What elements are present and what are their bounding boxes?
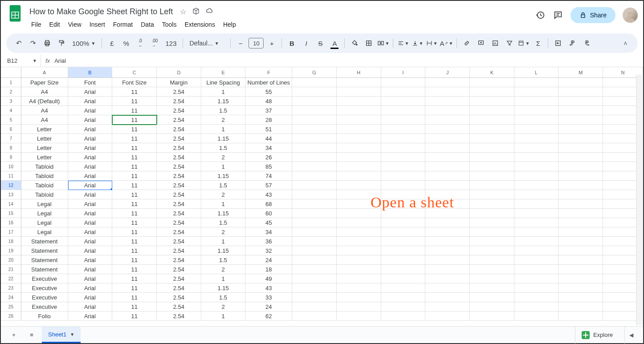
cell-L22[interactable] <box>514 274 559 283</box>
cell-A14[interactable]: Legal <box>21 199 68 209</box>
cell-M18[interactable] <box>558 237 603 246</box>
cell-M22[interactable] <box>558 274 603 283</box>
cell-L17[interactable] <box>514 227 559 237</box>
move-icon[interactable] <box>192 8 200 16</box>
cell-A13[interactable]: Tabloid <box>21 190 68 199</box>
cell-J13[interactable] <box>425 190 470 199</box>
cell-J22[interactable] <box>425 274 470 283</box>
cell-L3[interactable] <box>514 97 559 106</box>
formula-input[interactable]: Arial <box>54 57 66 64</box>
cell-L2[interactable] <box>514 87 559 97</box>
cell-L24[interactable] <box>514 293 559 302</box>
row-header[interactable]: 7 <box>1 134 21 143</box>
row-header[interactable]: 19 <box>1 246 21 255</box>
cell-B5[interactable]: Arial <box>68 115 113 125</box>
cell-L13[interactable] <box>514 190 559 199</box>
cell-M7[interactable] <box>558 134 603 143</box>
cell-E10[interactable]: 1 <box>201 162 246 171</box>
filter-views-icon[interactable]: ▼ <box>518 37 530 49</box>
cell-J5[interactable] <box>425 115 470 125</box>
cell-B22[interactable]: Arial <box>68 274 113 283</box>
cell-M1[interactable] <box>558 78 603 87</box>
font-select[interactable]: Defaul...▼ <box>187 40 227 47</box>
insert-link-icon[interactable] <box>461 37 473 49</box>
cell-J1[interactable] <box>425 78 470 87</box>
add-sheet-button[interactable]: + <box>6 329 21 341</box>
cell-G14[interactable] <box>292 199 337 209</box>
cell-I5[interactable] <box>381 115 426 125</box>
increase-font-size-button[interactable]: + <box>265 37 278 49</box>
cell-I3[interactable] <box>381 97 426 106</box>
cell-G12[interactable] <box>292 181 337 190</box>
cell-J11[interactable] <box>425 171 470 181</box>
row-header[interactable]: 22 <box>1 274 21 283</box>
row-header[interactable]: 17 <box>1 227 21 237</box>
cell-M20[interactable] <box>558 255 603 265</box>
cell-J18[interactable] <box>425 237 470 246</box>
cell-I20[interactable] <box>381 255 426 265</box>
cell-I9[interactable] <box>381 153 426 162</box>
cell-E20[interactable]: 1.5 <box>201 255 246 265</box>
cell-C21[interactable]: 11 <box>112 265 157 274</box>
row-header[interactable]: 20 <box>1 255 21 265</box>
cell-L18[interactable] <box>514 237 559 246</box>
cell-I17[interactable] <box>381 227 426 237</box>
name-box[interactable]: B12▼ <box>1 55 41 67</box>
cell-K8[interactable] <box>470 143 514 153</box>
cell-E19[interactable]: 1.15 <box>201 246 246 255</box>
cell-E21[interactable]: 2 <box>201 265 246 274</box>
cell-K5[interactable] <box>470 115 514 125</box>
cell-B9[interactable]: Arial <box>68 153 113 162</box>
cell-G20[interactable] <box>292 255 337 265</box>
cell-M17[interactable] <box>558 227 603 237</box>
cell-D2[interactable]: 2.54 <box>157 87 201 97</box>
vertical-scrollbar[interactable] <box>636 75 643 325</box>
column-header-H[interactable]: H <box>337 67 381 78</box>
cell-E7[interactable]: 1.15 <box>201 134 246 143</box>
cell-C16[interactable]: 11 <box>112 218 157 227</box>
cell-E1[interactable]: Line Spacing <box>201 78 246 87</box>
cell-K11[interactable] <box>470 171 514 181</box>
cell-L20[interactable] <box>514 255 559 265</box>
cell-J26[interactable] <box>425 312 470 321</box>
row-header[interactable]: 24 <box>1 293 21 302</box>
cell-B26[interactable]: Arial <box>68 312 113 321</box>
cell-K3[interactable] <box>470 97 514 106</box>
cell-M19[interactable] <box>558 246 603 255</box>
cell-H11[interactable] <box>337 171 381 181</box>
decrease-font-size-button[interactable]: − <box>234 37 247 49</box>
cell-H16[interactable] <box>337 218 381 227</box>
cell-ltr-icon[interactable] <box>566 37 579 49</box>
cell-F11[interactable]: 74 <box>245 171 292 181</box>
column-header-E[interactable]: E <box>201 67 246 78</box>
cell-I15[interactable] <box>381 209 426 218</box>
cell-K22[interactable] <box>470 274 514 283</box>
cell-E14[interactable]: 1 <box>201 199 246 209</box>
cell-H6[interactable] <box>337 125 381 134</box>
cell-J19[interactable] <box>425 246 470 255</box>
cell-D8[interactable]: 2.54 <box>157 143 201 153</box>
cell-D9[interactable]: 2.54 <box>157 153 201 162</box>
merge-cells-icon[interactable]: ▼ <box>377 37 389 49</box>
cell-J20[interactable] <box>425 255 470 265</box>
cell-B23[interactable]: Arial <box>68 283 113 293</box>
cell-E25[interactable]: 2 <box>201 302 246 312</box>
cell-C13[interactable]: 11 <box>112 190 157 199</box>
cell-I4[interactable] <box>381 106 426 115</box>
cell-D25[interactable]: 2.54 <box>157 302 201 312</box>
cell-A21[interactable]: Statement <box>21 265 68 274</box>
cell-G15[interactable] <box>292 209 337 218</box>
column-header-G[interactable]: G <box>292 67 337 78</box>
cell-M3[interactable] <box>558 97 603 106</box>
cell-L25[interactable] <box>514 302 559 312</box>
cell-B14[interactable]: Arial <box>68 199 113 209</box>
cell-H24[interactable] <box>337 293 381 302</box>
cell-L8[interactable] <box>514 143 559 153</box>
cell-L19[interactable] <box>514 246 559 255</box>
cell-A6[interactable]: Letter <box>21 125 68 134</box>
cell-J25[interactable] <box>425 302 470 312</box>
cell-C22[interactable]: 11 <box>112 274 157 283</box>
cell-A8[interactable]: Letter <box>21 143 68 153</box>
cell-B16[interactable]: Arial <box>68 218 113 227</box>
cell-F22[interactable]: 49 <box>245 274 292 283</box>
